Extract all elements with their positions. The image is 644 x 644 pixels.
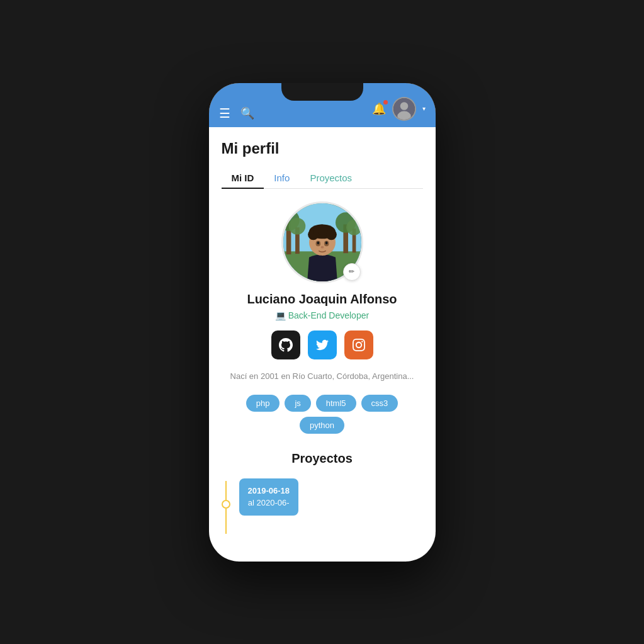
- profile-role: 💻 Back-End Developer: [275, 310, 369, 320]
- profile-name: Luciano Joaquin Alfonso: [247, 292, 397, 307]
- hamburger-icon[interactable]: ☰: [219, 106, 230, 121]
- svg-point-2: [397, 111, 410, 120]
- projects-section: Proyectos 2019-06-18 al 2020-06-: [222, 451, 423, 534]
- skills-container: php js html5 css3 python: [222, 395, 423, 434]
- phone-screen: ☰ 🔍 🔔 ▾ Mi perfil: [209, 83, 436, 562]
- timeline: 2019-06-18 al 2020-06-: [222, 478, 423, 534]
- skill-tag-css3: css3: [361, 395, 398, 412]
- tab-proyectos[interactable]: Proyectos: [300, 167, 362, 188]
- role-text: Back-End Developer: [288, 310, 369, 320]
- github-button[interactable]: [271, 330, 300, 359]
- bell-icon[interactable]: 🔔: [372, 102, 386, 116]
- svg-point-23: [317, 241, 319, 244]
- svg-point-25: [320, 246, 324, 248]
- top-bar-left: ☰ 🔍: [219, 106, 254, 121]
- tab-info[interactable]: Info: [264, 167, 300, 188]
- profile-avatar-container: ✏: [281, 201, 363, 283]
- bio-text: Nací en 2001 en Río Cuarto, Córdoba, Arg…: [230, 371, 414, 382]
- svg-point-24: [325, 241, 327, 244]
- instagram-button[interactable]: [344, 330, 373, 359]
- svg-point-1: [400, 102, 408, 110]
- tab-mi-id[interactable]: Mi ID: [222, 167, 264, 188]
- chevron-down-icon[interactable]: ▾: [422, 105, 426, 112]
- svg-point-12: [346, 219, 361, 235]
- role-emoji: 💻: [275, 310, 286, 320]
- svg-point-20: [317, 224, 327, 235]
- project-date-end: al 2020-06-: [248, 497, 290, 509]
- social-links: [271, 330, 373, 359]
- timeline-line-bottom: [225, 509, 227, 534]
- phone-frame: ☰ 🔍 🔔 ▾ Mi perfil: [209, 83, 436, 562]
- skill-tag-js: js: [285, 395, 310, 412]
- project-date-start: 2019-06-18: [248, 485, 290, 497]
- page-title: Mi perfil: [222, 140, 423, 157]
- profile-section: ✏ Luciano Joaquin Alfonso 💻 Back-End Dev…: [222, 201, 423, 534]
- tabs: Mi ID Info Proyectos: [222, 167, 423, 189]
- search-icon[interactable]: 🔍: [240, 106, 254, 120]
- timeline-line: [222, 478, 230, 534]
- twitter-button[interactable]: [308, 330, 337, 359]
- edit-avatar-button[interactable]: ✏: [343, 263, 361, 281]
- skill-tag-python: python: [300, 417, 344, 434]
- timeline-line-top: [225, 481, 227, 500]
- avatar-top[interactable]: [392, 97, 416, 121]
- skill-tag-html5: html5: [316, 395, 356, 412]
- top-bar-right: 🔔 ▾: [372, 97, 426, 121]
- svg-point-8: [288, 217, 305, 234]
- content-area: Mi perfil Mi ID Info Proyectos: [209, 127, 436, 562]
- skill-tag-php: php: [246, 395, 280, 412]
- timeline-dot: [222, 500, 230, 509]
- phone-notch: [281, 83, 363, 101]
- notification-dot: [383, 100, 388, 105]
- project-card[interactable]: 2019-06-18 al 2020-06-: [239, 478, 299, 516]
- projects-title: Proyectos: [222, 451, 423, 466]
